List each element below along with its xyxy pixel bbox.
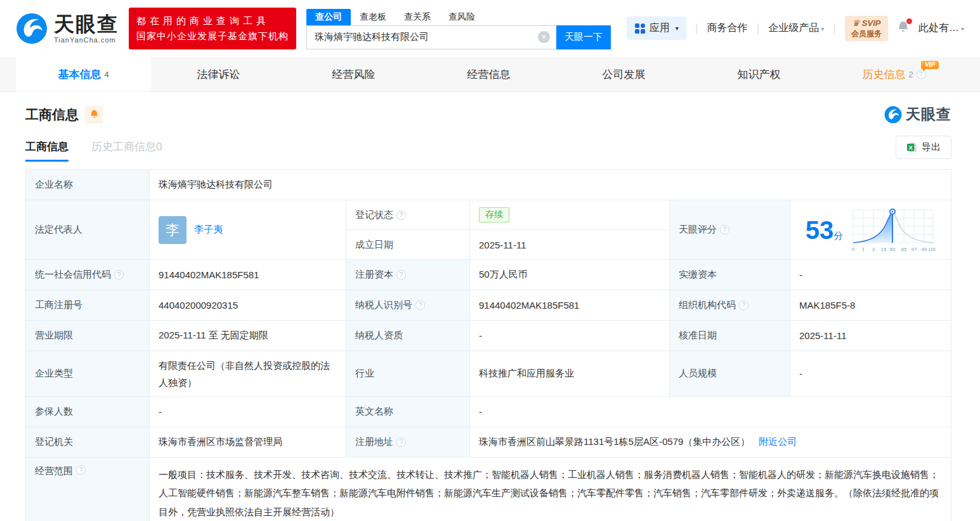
watermark-label: 天眼查 — [906, 105, 951, 124]
header: 天眼查 TianYanCha.com 都在用的商业查询工具 国家中小企业发展子基… — [0, 0, 980, 57]
field-label-reg-authority: 登记机关 — [26, 427, 150, 458]
tab-basic-info[interactable]: 基本信息 4 — [16, 57, 151, 91]
field-value-org-code: MAK185F5-8 — [790, 290, 951, 321]
apps-label: 应用 — [650, 22, 670, 35]
svg-text:97: 97 — [911, 247, 917, 252]
search-area: 查公司 查老板 查关系 查风险 × 天眼一下 — [306, 8, 611, 49]
notifications-bell-icon[interactable] — [897, 20, 910, 37]
search-tab-relation[interactable]: 查关系 — [395, 9, 440, 25]
tab-label: 法律诉讼 — [197, 67, 240, 82]
enterprise-products-label: 企业级产品 — [768, 22, 819, 33]
business-coop-link[interactable]: 商务合作 — [707, 22, 748, 35]
help-icon[interactable]: ? — [396, 270, 406, 280]
status-badge: 存续 — [479, 207, 509, 222]
help-icon[interactable]: ? — [114, 270, 124, 280]
chevron-down-icon: ▾ — [676, 25, 679, 32]
tab-intellectual-property[interactable]: 知识产权 — [691, 57, 826, 91]
tab-label: 知识产权 — [738, 67, 781, 82]
field-label-insured-count: 参保人数 — [26, 397, 150, 427]
field-label-reg-number: 工商注册号 — [26, 290, 150, 321]
search-tab-boss[interactable]: 查老板 — [351, 9, 395, 25]
field-value-paid-capital: - — [790, 260, 951, 290]
legal-rep-link[interactable]: 李子夷 — [194, 224, 223, 236]
tab-company-development[interactable]: 公司发展 — [556, 57, 691, 91]
help-icon[interactable]: ? — [396, 437, 406, 447]
field-value-company-type: 有限责任公司（非自然人投资或控股的法人独资） — [150, 351, 346, 397]
tianyancha-swirl-icon — [16, 13, 48, 44]
header-right: 应用 ▾ | 商务合作 | 企业级产品▾ | ♛ SVIP 会员服务 此处有…▾ — [627, 16, 964, 41]
search-input[interactable] — [307, 32, 556, 42]
tab-label: 公司发展 — [603, 67, 646, 82]
logo-title: 天眼查 — [54, 14, 119, 34]
field-label-taxpayer-id: 纳税人识别号? — [346, 290, 470, 321]
subscribe-bell-icon[interactable] — [85, 106, 103, 124]
field-value-business-term: 2025-11-11 至 无固定期限 — [150, 321, 346, 351]
field-label-establish-date: 成立日期 — [346, 230, 470, 260]
tab-legal-proceedings[interactable]: 法律诉讼 — [151, 57, 286, 91]
banner-line1: 都在用的商业查询工具 — [136, 13, 289, 29]
logo-subtitle: TianYanCha.com — [54, 36, 119, 44]
user-menu[interactable]: 此处有…▾ — [918, 22, 964, 35]
search-tabs: 查公司 查老板 查关系 查风险 — [306, 8, 611, 25]
nearby-companies-link[interactable]: 附近公司 — [759, 436, 797, 448]
tab-label: 经营风险 — [332, 67, 376, 82]
field-label-industry: 行业 — [346, 351, 470, 397]
field-value-reg-address: 珠海市香洲区前山翠景路1131号1栋5层A区-0579（集中办公区） 附近公司 — [470, 427, 951, 458]
field-label-approval-date: 核准日期 — [670, 321, 790, 351]
svg-text:85: 85 — [901, 247, 907, 252]
score-distribution-chart: 0 1 3 15 50 85 97 99 100 — [851, 207, 936, 253]
divider: | — [695, 22, 698, 35]
field-label-reg-capital: 注册资本? — [346, 260, 470, 290]
field-value-taxpayer-quality: - — [470, 321, 670, 351]
field-label-credit-code: 统一社会信用代码? — [26, 260, 150, 290]
search-box: × — [306, 25, 556, 49]
help-icon[interactable]: ? — [76, 465, 86, 475]
svg-text:100: 100 — [929, 247, 936, 252]
subtab-business-registration[interactable]: 工商信息 — [25, 139, 69, 162]
field-value-company-name: 珠海熵宇驰达科技有限公司 — [150, 170, 951, 200]
help-icon[interactable]: ? — [396, 210, 406, 220]
search-button[interactable]: 天眼一下 — [556, 25, 611, 49]
svip-member-button[interactable]: ♛ SVIP 会员服务 — [845, 16, 888, 41]
chevron-down-icon: ▾ — [821, 25, 824, 32]
score-number: 53 — [806, 216, 834, 244]
legal-rep-avatar[interactable]: 李 — [159, 216, 186, 244]
subtab-history-registration[interactable]: 历史工商信息0 — [91, 139, 162, 162]
export-button[interactable]: X 导出 — [896, 136, 951, 159]
svg-text:15: 15 — [881, 247, 887, 252]
banner-line2: 国家中小企业发展子基金旗下机构 — [136, 29, 289, 44]
help-icon[interactable]: ? — [415, 300, 425, 310]
divider: | — [757, 22, 760, 35]
apps-menu[interactable]: 应用 ▾ — [627, 16, 686, 40]
search-tab-risk[interactable]: 查风险 — [440, 9, 484, 25]
tianyancha-logo[interactable]: 天眼查 TianYanCha.com — [16, 13, 119, 44]
field-value-credit-code: 91440402MAK185F581 — [150, 260, 346, 290]
svg-text:X: X — [908, 144, 913, 151]
section-title: 工商信息 — [25, 106, 79, 124]
main-content: 工商信息 天眼查 工商信息 历史工商信息0 X 导出 — [0, 105, 980, 521]
registration-info-table: 企业名称 珠海熵宇驰达科技有限公司 法定代表人 李 李子夷 登记状态 ? 存续 … — [25, 169, 951, 521]
field-value-insured-count: - — [150, 397, 346, 427]
svg-text:1: 1 — [862, 247, 865, 252]
field-label-company-name: 企业名称 — [26, 170, 150, 200]
crown-icon: ♛ — [853, 18, 860, 28]
field-value-reg-number: 440402000920315 — [150, 290, 346, 321]
svg-text:0: 0 — [852, 247, 855, 252]
help-icon[interactable]: ? — [739, 300, 748, 310]
divider: | — [833, 22, 836, 35]
tab-history-info[interactable]: VIP 历史信息 2 ? — [826, 57, 962, 91]
field-value-taxpayer-id: 91440402MAK185F581 — [470, 290, 670, 321]
clear-search-icon[interactable]: × — [538, 31, 550, 43]
field-label-business-term: 营业期限 — [26, 321, 150, 351]
field-value-reg-capital: 50万人民币 — [470, 260, 670, 290]
enterprise-products-link[interactable]: 企业级产品▾ — [768, 22, 824, 35]
export-label: 导出 — [922, 141, 941, 153]
help-icon[interactable]: ? — [720, 225, 729, 235]
tab-operating-risk[interactable]: 经营风险 — [286, 57, 421, 91]
tab-business-info[interactable]: 经营信息 — [421, 57, 556, 91]
search-tab-company[interactable]: 查公司 — [306, 9, 351, 25]
field-value-business-scope: 一般项目：技术服务、技术开发、技术咨询、技术交流、技术转让、技术推广；智能机器人… — [150, 458, 951, 521]
notification-dot — [906, 18, 912, 24]
svg-text:3: 3 — [872, 247, 875, 252]
tab-label: 经营信息 — [467, 67, 511, 82]
